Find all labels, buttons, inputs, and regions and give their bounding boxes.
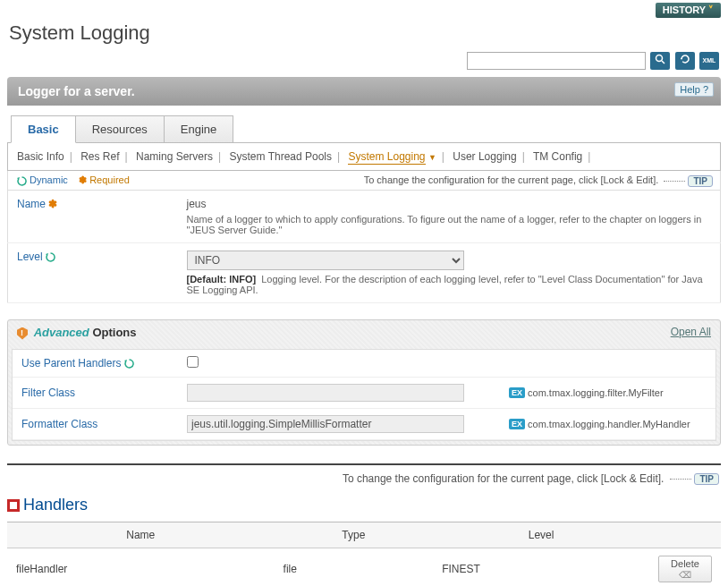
handler-name: fileHandler (7, 548, 275, 586)
search-icon[interactable] (650, 52, 670, 70)
subtab-system-logging[interactable]: System Logging (348, 150, 425, 165)
ex-chip: EX (509, 387, 525, 398)
handlers-icon (7, 499, 20, 512)
col-actions (649, 522, 721, 548)
svg-line-1 (662, 61, 665, 64)
col-level: Level (433, 522, 649, 548)
advanced-word: Advanced (34, 326, 89, 339)
use-parent-handlers-checkbox[interactable] (187, 356, 199, 368)
config-change-message: To change the configuration for the curr… (364, 174, 659, 185)
required-icon: ✽ (48, 198, 57, 210)
help-button[interactable]: Help ? (674, 82, 714, 97)
formatter-class-example: com.tmax.logging.handler.MyHandler (528, 419, 690, 429)
handler-level: FINEST (433, 548, 649, 586)
svg-rect-7 (10, 502, 17, 509)
filter-class-input[interactable] (187, 384, 464, 402)
tab-resources[interactable]: Resources (75, 115, 165, 142)
col-type: Type (275, 522, 434, 548)
xml-export-icon[interactable]: XML (699, 52, 719, 70)
required-icon: ✽ (79, 174, 87, 185)
subtab-naming-servers[interactable]: Naming Servers (136, 150, 213, 163)
tip-chip[interactable]: TIP (688, 175, 713, 187)
subtab-system-thread-pools[interactable]: System Thread Pools (230, 150, 333, 163)
reload-icon[interactable] (675, 52, 695, 70)
panel-title: Logger for a server. (18, 84, 135, 98)
panel-header: Logger for a server. Help ? (7, 77, 721, 106)
page-title: System Logging (0, 18, 728, 52)
formatter-class-label: Formatter Class (13, 408, 178, 439)
shield-icon (17, 327, 28, 340)
name-description: Name of a logger to which to apply confi… (187, 214, 712, 235)
tab-basic[interactable]: Basic (11, 115, 76, 143)
history-button[interactable]: History (656, 3, 721, 18)
handler-type: file (275, 548, 434, 586)
chevron-down-icon: ▼ (428, 153, 436, 162)
search-input[interactable] (467, 52, 646, 70)
config-change-message: To change the configuration for the curr… (343, 472, 665, 485)
open-all-link[interactable]: Open All (671, 326, 711, 338)
subtab-basic-info[interactable]: Basic Info (17, 150, 64, 163)
table-row: fileHandler file FINEST Delete (7, 548, 721, 586)
svg-point-0 (656, 55, 663, 62)
level-default: [Default: INFO] (187, 274, 257, 285)
name-label: Name (17, 198, 46, 210)
sub-tabs: Basic Info| Res Ref| Naming Servers| Sys… (7, 143, 721, 171)
dynamic-icon (46, 252, 55, 262)
col-name: Name (7, 522, 275, 548)
formatter-class-input[interactable] (187, 415, 464, 433)
dynamic-icon (124, 359, 134, 369)
subtab-res-ref[interactable]: Res Ref (80, 150, 119, 163)
handlers-title: Handlers (7, 494, 721, 522)
subtab-user-logging[interactable]: User Logging (453, 150, 516, 163)
options-word: Options (92, 326, 136, 339)
tip-chip[interactable]: TIP (694, 473, 719, 485)
advanced-options-panel: Advanced Options Open All Use Parent Han… (7, 319, 721, 446)
ex-chip: EX (509, 419, 525, 429)
filter-class-example: com.tmax.logging.filter.MyFilter (528, 387, 664, 398)
level-description: Logging level. For the description of ea… (187, 274, 703, 295)
tab-engine[interactable]: Engine (164, 115, 233, 142)
filter-class-label: Filter Class (13, 377, 178, 408)
handlers-table: Name Type Level fileHandler file FINEST … (7, 522, 721, 586)
level-label: Level (17, 251, 43, 263)
level-select[interactable]: INFO (187, 251, 464, 270)
use-parent-handlers-label: Use Parent Handlers (21, 357, 121, 369)
name-value: jeus (187, 198, 712, 210)
dynamic-icon (17, 176, 27, 186)
dynamic-label: Dynamic (30, 174, 68, 185)
main-tabs: BasicResourcesEngine (7, 115, 721, 143)
required-label: Required (89, 174, 130, 185)
delete-button[interactable]: Delete (658, 556, 712, 582)
subtab-tm-config[interactable]: TM Config (533, 150, 582, 163)
